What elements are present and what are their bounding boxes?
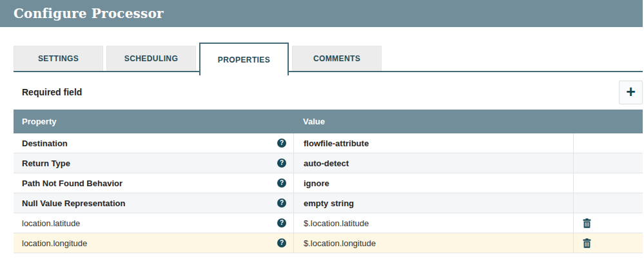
trash-icon	[583, 218, 591, 228]
table-row[interactable]: Null Value Representation ? empty string	[14, 193, 643, 213]
help-icon[interactable]: ?	[277, 198, 286, 207]
add-property-button[interactable]: +	[619, 81, 643, 104]
tab-properties-label: PROPERTIES	[218, 55, 270, 64]
delete-cell	[573, 193, 643, 213]
property-value-cell[interactable]: auto-detect	[293, 153, 573, 173]
property-name: location.longitude	[22, 238, 87, 248]
properties-panel: Required field + Property Value Destinat…	[0, 80, 643, 253]
property-value: flowfile-attribute	[304, 139, 369, 148]
dialog-title: Configure Processor	[14, 6, 164, 21]
tab-scheduling-label: SCHEDULING	[124, 54, 178, 63]
tab-properties[interactable]: PROPERTIES	[199, 43, 289, 75]
delete-property-button[interactable]	[583, 238, 591, 248]
property-value: auto-detect	[304, 159, 349, 168]
property-value-cell[interactable]: $.location.longitude	[293, 233, 573, 253]
tab-comments-label: COMMENTS	[313, 54, 360, 63]
help-icon[interactable]: ?	[277, 218, 286, 227]
plus-icon: +	[626, 84, 636, 100]
properties-toolbar: Required field +	[14, 80, 643, 104]
tab-settings[interactable]: SETTINGS	[14, 46, 103, 72]
delete-cell	[573, 213, 643, 233]
table-row[interactable]: location.latitude ? $.location.latitude	[14, 213, 643, 233]
property-value: empty string	[304, 198, 354, 208]
required-field-label: Required field	[22, 87, 82, 97]
dialog-header: Configure Processor	[0, 0, 643, 27]
tab-settings-label: SETTINGS	[38, 54, 79, 63]
property-name: Return Type	[22, 159, 70, 168]
table-row[interactable]: location.longitude ? $.location.longitud…	[14, 233, 643, 253]
help-icon[interactable]: ?	[277, 159, 286, 168]
properties-table: Property Value Destination ? flowfile-at…	[14, 110, 643, 253]
column-header-property: Property	[14, 117, 293, 126]
delete-cell	[573, 153, 643, 173]
configure-processor-dialog: Configure Processor SETTINGS SCHEDULING …	[0, 0, 643, 270]
tab-comments[interactable]: COMMENTS	[292, 46, 382, 72]
table-row[interactable]: Path Not Found Behavior ? ignore	[14, 173, 643, 193]
property-value-cell[interactable]: empty string	[293, 193, 573, 213]
help-icon[interactable]: ?	[277, 178, 286, 188]
trash-icon	[583, 238, 591, 248]
table-header-row: Property Value	[14, 110, 643, 133]
tab-bar: SETTINGS SCHEDULING PROPERTIES COMMENTS	[0, 43, 643, 75]
property-value: ignore	[304, 178, 329, 188]
column-header-value: Value	[293, 117, 573, 126]
delete-cell	[573, 233, 643, 253]
property-value-cell[interactable]: $.location.latitude	[293, 213, 573, 233]
delete-property-button[interactable]	[583, 218, 591, 228]
table-row[interactable]: Destination ? flowfile-attribute	[14, 133, 643, 153]
property-name: location.latitude	[22, 218, 80, 228]
property-name: Path Not Found Behavior	[22, 178, 122, 188]
help-icon[interactable]: ?	[277, 238, 286, 247]
property-value-cell[interactable]: flowfile-attribute	[293, 133, 573, 153]
property-name: Null Value Representation	[22, 198, 125, 208]
property-name: Destination	[22, 139, 68, 148]
property-value-cell[interactable]: ignore	[293, 173, 573, 193]
tab-scheduling[interactable]: SCHEDULING	[106, 46, 196, 72]
delete-cell	[573, 173, 643, 193]
property-value: $.location.latitude	[304, 218, 369, 228]
help-icon[interactable]: ?	[277, 139, 286, 148]
table-row[interactable]: Return Type ? auto-detect	[14, 153, 643, 173]
property-value: $.location.longitude	[304, 238, 376, 248]
delete-cell	[573, 133, 643, 153]
